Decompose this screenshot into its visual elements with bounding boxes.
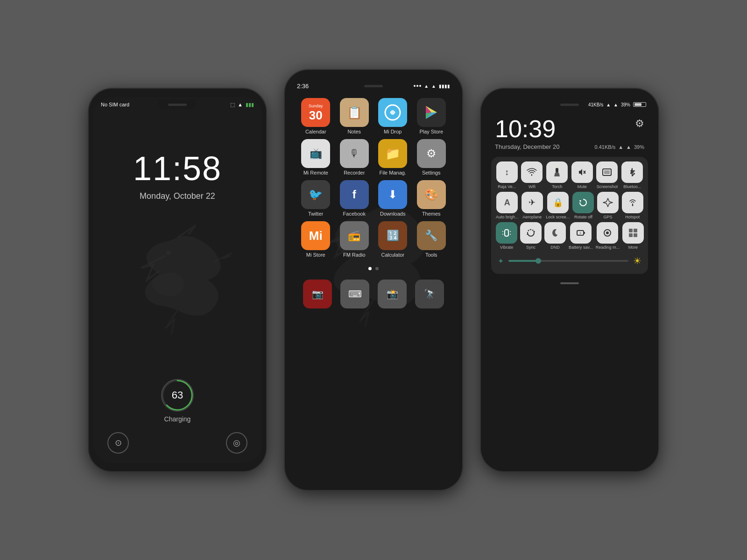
app-downloads[interactable]: ⬇ Downloads (376, 180, 410, 217)
qs-header: 10:39 ⚙ Thursday, December 20 0.41KB/s ▲… (486, 112, 654, 152)
app-mistore[interactable]: Mi Mi Store (299, 221, 333, 258)
hotspot-icon (622, 192, 643, 213)
app-filemanager[interactable]: 📁 File Manag. (376, 139, 410, 175)
speaker3 (560, 104, 579, 106)
lock-time: 11:58 (93, 149, 261, 188)
qs-tile-autobright[interactable]: A Auto brigh... (496, 192, 519, 219)
qs-tile-screenshot[interactable]: Screenshot (596, 161, 619, 189)
svg-marker-15 (579, 200, 581, 203)
lockscreen-tile-icon: 🔒 (547, 192, 569, 213)
downloads-icon: ⬇ (378, 180, 407, 209)
qs-tile-sync[interactable]: Sync (520, 222, 542, 250)
qs-net-signal: ▲ (618, 144, 623, 150)
app-twitter[interactable]: 🐦 Twitter (299, 180, 333, 217)
app-calendar[interactable]: Sunday 30 Calendar (299, 98, 333, 134)
ph3-status-bar: 0.41KB/s ▲ ▲ 39% (486, 97, 654, 112)
brightness-bar[interactable]: ✦ ☀ (496, 252, 643, 269)
qs-tile-hotspot[interactable]: Hotspot (621, 192, 643, 219)
dock-app2[interactable]: ⌨ (340, 280, 369, 308)
lockscreen: No SIM card ⬚ ▲ ▮▮▮ 11:58 Monday, Octobe… (93, 97, 261, 463)
scroll-indicator (486, 279, 654, 288)
speaker2 (364, 85, 383, 87)
qs-tile-raja[interactable]: ↕ Raja Ve... (496, 161, 518, 189)
lock-camera-btn[interactable]: ⊙ (107, 432, 129, 454)
dnd-label: DND (550, 245, 560, 250)
qs-tile-more[interactable]: More (622, 222, 644, 250)
qs-tile-wifi[interactable]: Wifi (521, 161, 543, 189)
app-tools[interactable]: 🔧 Tools (415, 221, 449, 258)
qs-tile-batterysave[interactable]: + Battery sav... (569, 222, 593, 250)
charging-label: Charging (164, 415, 191, 423)
more-label: More (628, 245, 638, 250)
dot1 (414, 85, 416, 87)
qs-tile-aeroplane[interactable]: ✈ Aeroplane (521, 192, 543, 219)
status-bar: No SIM card ⬚ ▲ ▮▮▮ (93, 97, 261, 112)
qs-tile-gps[interactable]: GPS (597, 192, 619, 219)
app-notes[interactable]: 📋 Notes (338, 98, 372, 134)
app-miremote[interactable]: 📺 Mi Remote (299, 139, 333, 175)
qs-row-2: A Auto brigh... ✈ Aeroplane 🔒 Lock scree… (496, 192, 643, 219)
wifi-icon: ▲ (238, 102, 243, 107)
battery-icon: ▮▮▮ (246, 102, 254, 108)
qs-tile-dnd[interactable]: DND (544, 222, 566, 250)
brightness-track[interactable] (508, 260, 628, 262)
aeroplane-label: Aeroplane (522, 215, 542, 219)
svg-rect-29 (629, 229, 633, 232)
playstore-icon (417, 98, 446, 127)
dot-1 (368, 267, 372, 270)
qs-tile-lockscreen[interactable]: 🔒 Lock scree... (546, 192, 570, 219)
fmradio-icon: 📻 (340, 221, 369, 250)
dock-app1[interactable]: 📷 (303, 280, 332, 308)
app-settings[interactable]: ⚙ Settings (415, 139, 449, 175)
raja-icon: ↕ (496, 161, 518, 183)
ph3-battery-fill (634, 103, 641, 106)
dock-app3[interactable]: 📸 (378, 280, 407, 308)
mistore-label: Mi Store (306, 252, 325, 258)
ph3-wifi-icon: ▲ (613, 102, 618, 107)
app-facebook[interactable]: f Facebook (338, 180, 372, 217)
aeroplane-icon: ✈ (521, 192, 543, 213)
qs-tile-readingmode[interactable]: Reading m... (596, 222, 620, 250)
themes-icon: 🎨 (417, 180, 446, 209)
filemanager-icon: 📁 (378, 139, 407, 168)
app-themes[interactable]: 🎨 Themes (415, 180, 449, 217)
facebook-label: Facebook (343, 211, 366, 217)
lockscreen-tile-label: Lock scree... (546, 215, 570, 219)
readingmode-icon (597, 222, 618, 244)
qs-tile-rotate[interactable]: Rotate off (572, 192, 594, 219)
notch (159, 100, 196, 109)
app-recorder[interactable]: 🎙 Recorder (338, 139, 372, 175)
settings-gear-icon[interactable]: ⚙ (635, 118, 644, 130)
camera-icon: ⊙ (115, 438, 122, 448)
qs-tile-torch[interactable]: Torch (546, 161, 568, 189)
dock-app4[interactable]: 🔭 (415, 280, 444, 308)
torch-label: Torch (552, 184, 562, 189)
svg-marker-22 (533, 231, 535, 233)
svg-rect-8 (556, 168, 558, 173)
qs-tile-bluetooth[interactable]: Bluetoo... (621, 161, 643, 189)
batterysave-icon: + (570, 222, 592, 244)
filemanager-label: File Manag. (380, 170, 406, 175)
ph3-signal-icon: ▲ (606, 102, 611, 107)
status-dots (414, 85, 421, 87)
autobright-label: Auto brigh... (496, 215, 519, 219)
app-calculator[interactable]: 🔢 Calculator (376, 221, 410, 258)
qs-battery-pct: 39% (634, 144, 644, 150)
homescreen: 2:36 ▲ ▲ ▮▮▮▮ (289, 78, 458, 482)
ph3-battery-bar (633, 102, 646, 107)
app-fmradio[interactable]: 📻 FM Radio (338, 221, 372, 258)
qs-tile-mute[interactable]: Mute (571, 161, 593, 189)
svg-rect-14 (604, 170, 610, 174)
qs-date: Thursday, December 20 (495, 143, 560, 150)
dock-icon3: 📸 (378, 280, 407, 308)
app-playstore[interactable]: Play Store (415, 98, 449, 134)
app-midrop[interactable]: Mi Drop (376, 98, 410, 134)
mute-icon (571, 161, 593, 183)
qs-tile-vibrate[interactable]: Vibrate (496, 222, 517, 250)
lock-photo-btn[interactable]: ◎ (226, 432, 247, 454)
calendar-icon: Sunday 30 (301, 98, 330, 127)
wifi-icon2: ▲ (431, 84, 436, 89)
miremote-icon: 📺 (301, 139, 330, 168)
ph3-battery-pct: 39% (621, 102, 630, 107)
calendar-label: Calendar (305, 129, 326, 134)
